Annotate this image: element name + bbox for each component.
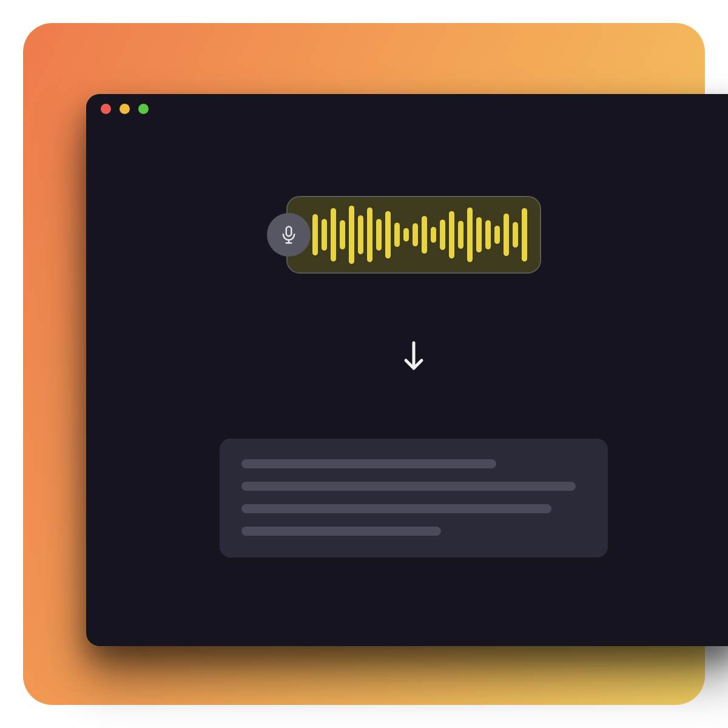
- microphone-icon: [278, 224, 299, 245]
- audio-input-widget[interactable]: [286, 196, 541, 274]
- text-placeholder-line: [241, 459, 496, 468]
- window-content: [86, 123, 728, 646]
- text-placeholder-line: [241, 527, 441, 536]
- transcription-output-card: [220, 439, 608, 558]
- app-window: [86, 94, 728, 646]
- titlebar: [86, 94, 728, 123]
- maximize-button[interactable]: [138, 104, 149, 114]
- text-placeholder-line: [241, 482, 576, 491]
- close-button[interactable]: [101, 104, 111, 114]
- microphone-button[interactable]: [267, 213, 311, 257]
- minimize-button[interactable]: [120, 104, 130, 114]
- svg-rect-0: [286, 227, 292, 237]
- arrow-down-icon: [400, 339, 427, 373]
- waveform-icon: [312, 197, 527, 272]
- text-placeholder-line: [241, 504, 551, 513]
- audio-waveform-pill: [286, 196, 541, 274]
